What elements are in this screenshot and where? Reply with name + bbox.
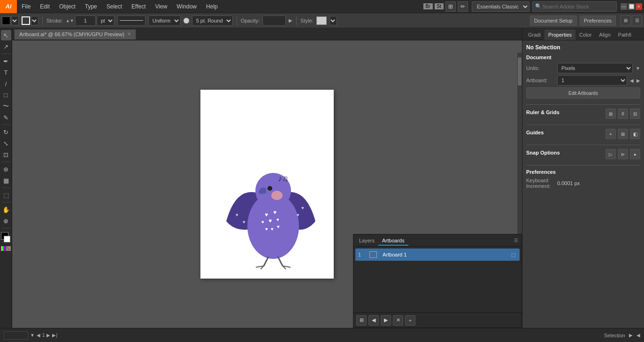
stroke-value-input[interactable]: 1 xyxy=(75,16,96,26)
snap-icon-2[interactable]: ⊳ xyxy=(618,149,628,159)
stroke-color[interactable] xyxy=(22,16,30,25)
artboard-add-icon[interactable]: + xyxy=(405,315,415,326)
artboard-next[interactable]: ▶ xyxy=(636,78,640,83)
type-tool[interactable]: T xyxy=(1,67,11,78)
tab-close-button[interactable]: ✕ xyxy=(127,31,131,37)
background-color[interactable] xyxy=(4,236,10,242)
menu-object[interactable]: Object xyxy=(54,0,80,13)
units-select[interactable]: Pixels xyxy=(557,63,633,73)
panel-menu-icon[interactable]: ☰ xyxy=(512,237,520,244)
tab-bar: Artboard.ai* @ 66.67% (CMYK/GPU Preview)… xyxy=(12,28,522,40)
tab-align[interactable]: Align xyxy=(595,30,614,40)
artboard-row[interactable]: 1 Artboard 1 ⬚ xyxy=(355,249,520,261)
right-panel: Gradi Properties Color Align Pathfi No S… xyxy=(522,28,644,328)
menu-view[interactable]: View xyxy=(151,0,172,13)
style-select[interactable] xyxy=(330,16,337,25)
status-expand[interactable]: ▶ xyxy=(629,333,633,338)
menu-file[interactable]: File xyxy=(17,0,35,13)
gradient-swatch[interactable] xyxy=(1,246,6,251)
artboard-delete-icon[interactable]: ✕ xyxy=(393,315,403,326)
style-preview[interactable] xyxy=(316,16,327,25)
status-collapse[interactable]: ◀ xyxy=(636,333,640,338)
tab-color[interactable]: Color xyxy=(575,30,595,40)
pen-share-icon[interactable]: ✏ xyxy=(458,1,468,12)
brush-select[interactable]: 5 pt. Round xyxy=(192,16,233,26)
search-input[interactable] xyxy=(532,1,617,12)
artboard-fit-icon[interactable]: ⊞ xyxy=(356,315,367,326)
none-swatch[interactable] xyxy=(6,246,11,251)
ruler-grids-section: Ruler & Grids ⊞ # ⊟ xyxy=(526,109,640,119)
opacity-input[interactable]: 100% xyxy=(262,16,286,26)
ruler-icon-2[interactable]: # xyxy=(618,109,628,119)
guides-icon-1[interactable]: + xyxy=(606,129,616,139)
bridge-icon[interactable]: Br xyxy=(423,3,433,9)
menu-window[interactable]: Window xyxy=(172,0,201,13)
menu-effect[interactable]: Effect xyxy=(127,0,150,13)
pencil-tool[interactable]: ✎ xyxy=(1,112,11,123)
rect-tool[interactable]: □ xyxy=(1,90,11,100)
guides-icon-2[interactable]: ⊞ xyxy=(618,129,628,139)
close-button[interactable]: ✕ xyxy=(636,3,642,10)
zoom-end[interactable]: ▶| xyxy=(52,333,57,338)
snap-icon-3[interactable]: ▸ xyxy=(630,149,640,159)
pen-tool[interactable]: ✒ xyxy=(1,56,11,66)
zoom-next[interactable]: ▶ xyxy=(46,333,50,338)
maximize-button[interactable]: ⬜ xyxy=(628,3,635,10)
minimize-button[interactable]: — xyxy=(621,3,627,10)
zoom-prev[interactable]: ◀ xyxy=(37,333,40,338)
artboard-next-icon[interactable]: ▶ xyxy=(381,315,391,326)
hand-tool[interactable]: ✋ xyxy=(1,204,11,215)
snap-icons: ▷ ⊳ ▸ xyxy=(606,149,640,159)
artboards-tab[interactable]: Artboards xyxy=(378,235,408,246)
stroke-up-down[interactable]: ▲▼ xyxy=(66,18,74,23)
document-tab[interactable]: Artboard.ai* @ 66.67% (CMYK/GPU Preview)… xyxy=(14,29,136,39)
menu-select[interactable]: Select xyxy=(102,0,127,13)
graph-tool[interactable]: ▦ xyxy=(1,175,11,186)
zoom-down[interactable]: ▼ xyxy=(30,333,35,338)
arrange-icon[interactable]: ⊞ xyxy=(621,16,631,26)
artboard-prev-icon[interactable]: ◀ xyxy=(368,315,379,326)
workspace-selector[interactable]: Essentials Classic xyxy=(472,1,529,12)
rotate-tool[interactable]: ↻ xyxy=(1,127,11,137)
artboard-name: Artboard 1 xyxy=(383,252,506,257)
color-swatches[interactable] xyxy=(0,232,12,244)
ruler-icon-1[interactable]: ⊞ xyxy=(606,109,616,119)
stroke-type-select[interactable] xyxy=(31,16,38,25)
edit-artboards-button[interactable]: Edit Artboards xyxy=(526,87,640,99)
panels-icon[interactable]: ☰ xyxy=(632,16,642,26)
menu-edit[interactable]: Edit xyxy=(35,0,54,13)
fill-color[interactable] xyxy=(2,16,10,25)
stock-icon[interactable]: St xyxy=(435,3,444,9)
direct-select-tool[interactable]: ↗ xyxy=(1,41,11,52)
menu-type[interactable]: Type xyxy=(80,0,102,13)
free-transform-tool[interactable]: ⊡ xyxy=(1,149,11,160)
line-tool[interactable]: / xyxy=(1,78,11,89)
guides-icon-3[interactable]: ◧ xyxy=(630,129,640,139)
fill-type-select[interactable] xyxy=(11,16,19,25)
libraries-icon[interactable]: ⊞ xyxy=(445,1,456,12)
scale-tool[interactable]: ⤡ xyxy=(1,138,11,148)
tab-gradient[interactable]: Gradi xyxy=(524,30,544,40)
tab-properties[interactable]: Properties xyxy=(544,30,575,40)
artboard-select[interactable]: 1 xyxy=(557,75,627,86)
opacity-expand[interactable]: ▶ xyxy=(289,18,292,23)
preferences-button[interactable]: Preferences xyxy=(580,16,616,26)
zoom-input[interactable]: 66.67% xyxy=(4,331,28,340)
menu-help[interactable]: Help xyxy=(201,0,222,13)
stroke-type-dropdown[interactable]: Uniform xyxy=(148,16,181,26)
ruler-icon-3[interactable]: ⊟ xyxy=(630,109,640,119)
stroke-unit-select[interactable]: pt xyxy=(97,16,115,26)
layers-tab[interactable]: Layers xyxy=(355,235,378,246)
artboard-prev[interactable]: ◀ xyxy=(630,78,634,83)
symbol-tool[interactable]: ⊛ xyxy=(1,164,11,174)
svg-text:♥: ♥ xyxy=(277,224,280,229)
brush-tool[interactable]: 〜 xyxy=(1,101,11,111)
artboard-edit-icon[interactable]: ⬚ xyxy=(509,251,517,258)
artboard-tool[interactable]: ⬚ xyxy=(1,190,11,200)
snap-icon-1[interactable]: ▷ xyxy=(606,149,616,159)
units-expand[interactable]: ▼ xyxy=(636,66,640,71)
select-tool[interactable]: ↖ xyxy=(1,30,11,40)
tab-pathfinder[interactable]: Pathfi xyxy=(614,30,635,40)
zoom-tool[interactable]: ⊕ xyxy=(1,216,11,226)
document-setup-button[interactable]: Document Setup xyxy=(530,16,577,26)
